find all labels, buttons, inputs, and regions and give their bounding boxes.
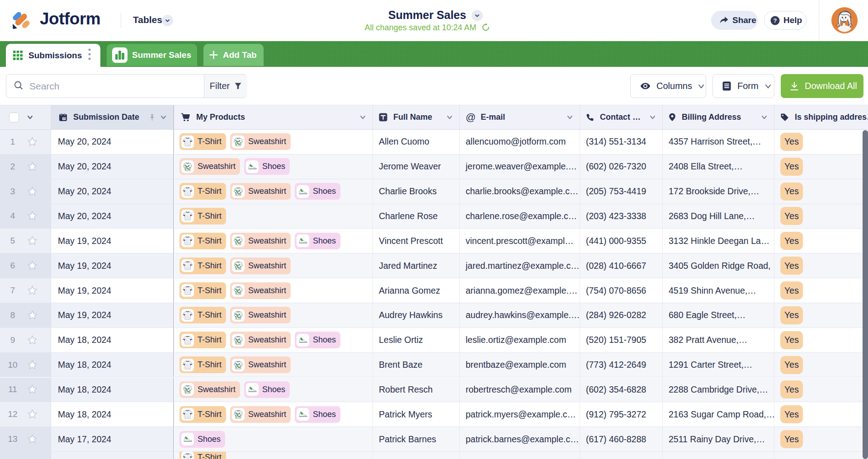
svg-text:?: ?: [774, 17, 777, 24]
svg-text:10: 10: [63, 117, 66, 120]
